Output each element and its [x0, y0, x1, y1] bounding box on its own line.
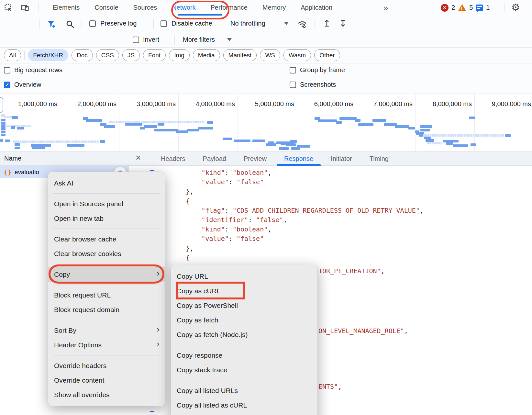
panel-tab-memory[interactable]: Memory — [255, 0, 293, 15]
menu-item-block-request-url[interactable]: Block request URL — [48, 288, 165, 302]
menu-item-copy-all-listed-as-powershell[interactable]: Copy all listed as PowerShell — [171, 412, 317, 415]
panel-tab-application[interactable]: Application — [293, 0, 340, 15]
waterfall-bar — [427, 142, 442, 144]
detail-tab-preview[interactable]: Preview — [235, 151, 275, 166]
checkbox-icon[interactable] — [4, 67, 10, 73]
type-chip-ws[interactable]: WS — [260, 49, 280, 61]
waterfall-bar — [423, 134, 504, 137]
checkbox-icon[interactable] — [290, 82, 296, 88]
menu-divider — [53, 229, 160, 229]
resource-chips: AllFetch/XHRDocCSSJSFontImgMediaManifest… — [4, 49, 340, 61]
menu-item-copy-as-fetch-node-js-[interactable]: Copy as fetch (Node.js) — [171, 327, 317, 342]
invert-checkbox[interactable] — [133, 37, 139, 43]
timeline-label: 5,000,000 ms — [235, 100, 294, 108]
import-har-icon[interactable]: ↧ — [339, 18, 347, 29]
waterfall-bar — [420, 125, 432, 128]
option-overview[interactable]: ✓Overview — [4, 81, 41, 88]
menu-item-label: Copy as fetch (Node.js) — [177, 331, 248, 339]
detail-tab-initiator[interactable]: Initiator — [322, 151, 361, 166]
type-chip-wasm[interactable]: Wasm — [283, 49, 311, 61]
menu-item-copy-as-curl[interactable]: Copy as cURL — [171, 284, 317, 298]
detail-tab-headers[interactable]: Headers — [152, 151, 194, 166]
menu-item-copy-all-listed-as-curl[interactable]: Copy all listed as cURL — [171, 398, 317, 412]
menu-item-override-content[interactable]: Override content — [48, 373, 165, 387]
menu-item-copy[interactable]: Copy› — [48, 267, 165, 282]
option-screenshots[interactable]: Screenshots — [290, 81, 336, 88]
type-chip-all[interactable]: All — [4, 49, 21, 61]
resource-type-filter-row: AllFetch/XHRDocCSSJSFontImgMediaManifest… — [0, 48, 532, 63]
submenu-chevron-icon: › — [157, 268, 160, 278]
menu-item-open-in-new-tab[interactable]: Open in new tab — [48, 211, 165, 226]
message-count: 1 — [486, 4, 490, 11]
settings-gear-icon[interactable]: ⚙ — [511, 2, 520, 13]
waterfall-bar — [109, 121, 205, 123]
console-summary[interactable]: ✕ 2 ! 5 1 — [441, 0, 490, 15]
waterfall-bar — [100, 140, 105, 143]
menu-item-sort-by[interactable]: Sort By› — [48, 323, 165, 338]
waterfall-bar — [291, 147, 300, 150]
waterfall-bar — [419, 134, 423, 137]
menu-item-block-request-domain[interactable]: Block request domain — [48, 302, 165, 317]
menu-item-copy-stack-trace[interactable]: Copy stack trace — [171, 363, 317, 377]
panel-tab-console[interactable]: Console — [87, 0, 126, 15]
detail-tab-response[interactable]: Response — [275, 151, 322, 166]
throttling-select[interactable]: No throttling — [230, 20, 265, 27]
filter-funnel-icon[interactable] — [46, 19, 56, 29]
more-filters-button[interactable]: More filters — [183, 36, 215, 43]
menu-item-header-options[interactable]: Header Options› — [48, 338, 165, 352]
close-detail-icon[interactable]: ✕ — [135, 154, 141, 162]
panel-tab-performance[interactable]: Performance — [203, 0, 255, 15]
option-big-request-rows[interactable]: Big request rows — [4, 66, 62, 74]
disable-cache-checkbox[interactable] — [161, 20, 167, 27]
menu-item-clear-browser-cache[interactable]: Clear browser cache — [48, 232, 165, 246]
network-overview-timeline[interactable]: 1,000,000 ms2,000,000 ms3,000,000 ms4,00… — [0, 94, 532, 151]
menu-item-label: Copy — [54, 271, 70, 278]
menu-item-copy-url[interactable]: Copy URL — [171, 269, 317, 284]
type-chip-media[interactable]: Media — [193, 49, 220, 61]
type-chip-css[interactable]: CSS — [96, 49, 119, 61]
name-column-header[interactable]: Name — [0, 151, 129, 166]
panel-tab-sources[interactable]: Sources — [126, 0, 164, 15]
type-chip-img[interactable]: Img — [169, 49, 190, 61]
checkbox-icon[interactable]: ✓ — [4, 82, 10, 88]
menu-item-copy-as-powershell[interactable]: Copy as PowerShell — [171, 298, 317, 313]
inspect-element-icon[interactable] — [4, 3, 13, 12]
menu-item-show-all-overrides[interactable]: Show all overrides — [48, 387, 165, 402]
type-chip-manifest[interactable]: Manifest — [223, 49, 257, 61]
menu-item-ask-ai[interactable]: Ask AI — [48, 176, 165, 190]
menu-item-label: Sort By — [54, 327, 76, 334]
waterfall-bar — [86, 119, 102, 122]
network-conditions-icon[interactable] — [296, 19, 308, 29]
export-har-icon[interactable]: ↥ — [323, 18, 330, 29]
preserve-log-checkbox[interactable] — [89, 20, 96, 27]
waterfall-bar — [104, 125, 115, 128]
type-chip-doc[interactable]: Doc — [72, 49, 93, 61]
option-group-by-frame[interactable]: Group by frame — [290, 66, 345, 74]
waterfall-bar — [279, 147, 289, 150]
search-icon[interactable] — [65, 19, 75, 29]
fold-marker-icon[interactable] — [150, 411, 154, 412]
more-panels-icon[interactable]: » — [383, 3, 388, 13]
menu-item-copy-response[interactable]: Copy response — [171, 348, 317, 363]
menu-item-copy-as-fetch[interactable]: Copy as fetch — [171, 313, 317, 327]
panel-tab-network[interactable]: Network — [164, 0, 203, 15]
waterfall-bar — [426, 139, 434, 142]
menu-item-copy-all-listed-urls[interactable]: Copy all listed URLs — [171, 383, 317, 398]
menu-item-clear-browser-cookies[interactable]: Clear browser cookies — [48, 246, 165, 261]
detail-tab-payload[interactable]: Payload — [194, 151, 235, 166]
menu-item-override-headers[interactable]: Override headers — [48, 358, 165, 373]
waterfall-bar — [17, 127, 24, 129]
menu-item-open-in-sources-panel[interactable]: Open in Sources panel — [48, 196, 165, 211]
network-toolbar: Preserve log Disable cache No throttling… — [0, 16, 532, 32]
type-chip-js[interactable]: JS — [122, 49, 140, 61]
waterfall-bar — [187, 129, 199, 131]
checkbox-icon[interactable] — [290, 67, 296, 73]
panel-tab-elements[interactable]: Elements — [45, 0, 87, 15]
type-chip-fetchxhr[interactable]: Fetch/XHR — [28, 49, 68, 61]
menu-item-label: Clear browser cache — [54, 235, 116, 243]
fold-marker-icon[interactable] — [150, 170, 154, 171]
device-toolbar-icon[interactable] — [20, 3, 30, 12]
detail-tab-timing[interactable]: Timing — [361, 151, 397, 166]
type-chip-font[interactable]: Font — [143, 49, 166, 61]
type-chip-other[interactable]: Other — [314, 49, 340, 61]
